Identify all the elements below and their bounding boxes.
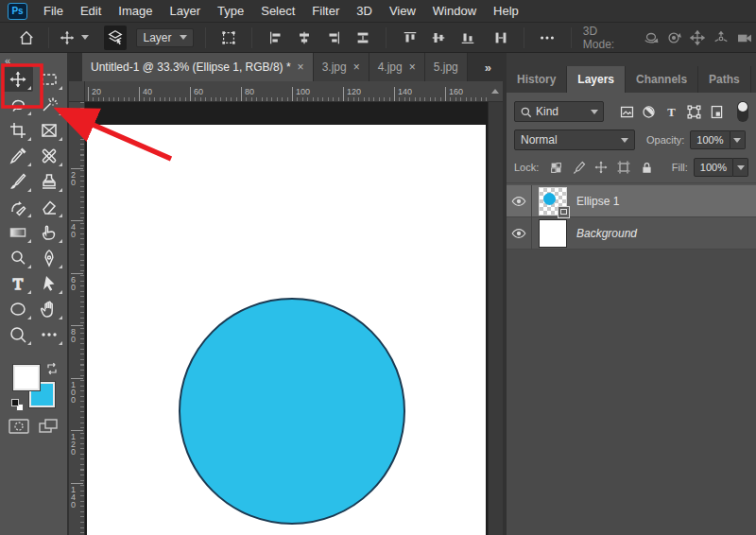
gradient-tool[interactable]: [2, 219, 33, 245]
left-ruler[interactable]: 020406080100120140: [69, 102, 85, 535]
current-tool-move-icon[interactable]: [59, 26, 76, 50]
pen-tool[interactable]: [33, 245, 64, 270]
panel-tab-paths[interactable]: Paths: [698, 66, 751, 93]
menu-view[interactable]: View: [381, 0, 424, 23]
scroll-up-icon[interactable]: [487, 81, 503, 102]
layer-thumbnail[interactable]: [539, 219, 567, 248]
blend-mode-dropdown[interactable]: Normal: [514, 129, 635, 150]
menu-file[interactable]: File: [35, 0, 72, 23]
distribute-horizontal-icon[interactable]: [351, 26, 374, 50]
spot-healing-brush-tool[interactable]: [33, 143, 64, 168]
3d-drag-icon[interactable]: [686, 26, 710, 50]
panel-tab-history[interactable]: History: [507, 66, 567, 93]
menu-edit[interactable]: Edit: [72, 0, 110, 23]
close-tab-icon[interactable]: ×: [353, 60, 360, 74]
filter-smart-objects-icon[interactable]: [705, 101, 728, 122]
auto-select-target-dropdown[interactable]: Layer: [136, 28, 193, 47]
photoshop-logo[interactable]: Ps: [8, 3, 27, 20]
clone-stamp-tool[interactable]: [33, 168, 64, 194]
layer-name[interactable]: Ellipse 1: [576, 195, 619, 208]
path-selection-tool[interactable]: [33, 270, 64, 296]
3d-slide-icon[interactable]: [710, 26, 733, 50]
hand-tool[interactable]: [33, 296, 64, 321]
fill-field[interactable]: 100%: [694, 158, 733, 177]
magic-wand-tool[interactable]: [33, 92, 64, 117]
panel-tab-actions[interactable]: Actions: [751, 66, 756, 93]
show-transform-controls-icon[interactable]: [217, 26, 241, 50]
more-align-options-icon[interactable]: [536, 26, 559, 50]
collapse-toolbar-button[interactable]: «: [5, 55, 11, 66]
distribute-vertical-icon[interactable]: [489, 26, 512, 50]
lock-artboard-icon[interactable]: [614, 158, 633, 177]
opacity-chevron-icon[interactable]: [730, 130, 746, 149]
align-left-edges-icon[interactable]: [264, 26, 287, 50]
menu-3d[interactable]: 3D: [348, 0, 381, 23]
lock-transparency-icon[interactable]: [546, 158, 565, 177]
edit-toolbar[interactable]: [33, 321, 64, 347]
filter-toggle-switch[interactable]: [737, 101, 748, 122]
close-tab-icon[interactable]: ×: [298, 60, 304, 74]
menu-layer[interactable]: Layer: [162, 0, 210, 23]
align-top-edges-icon[interactable]: [398, 26, 421, 50]
panel-tab-layers[interactable]: Layers: [567, 66, 626, 93]
filter-shape-layers-icon[interactable]: [683, 101, 706, 122]
home-icon[interactable]: [15, 26, 39, 50]
default-colors-icon[interactable]: [11, 399, 25, 412]
tab-overflow-button[interactable]: »: [473, 53, 503, 81]
menu-filter[interactable]: Filter: [303, 0, 348, 23]
vertical-scrollbar[interactable]: [488, 102, 503, 535]
menu-help[interactable]: Help: [485, 0, 527, 23]
layer-visibility-eye-icon[interactable]: [507, 217, 532, 250]
lasso-tool[interactable]: [2, 92, 33, 117]
menu-window[interactable]: Window: [424, 0, 485, 23]
ruler-corner[interactable]: [69, 81, 85, 102]
layer-name[interactable]: Background: [576, 227, 637, 240]
ellipse-layer-shape[interactable]: [179, 298, 405, 525]
menu-select[interactable]: Select: [252, 0, 303, 23]
foreground-color-swatch[interactable]: [13, 365, 40, 390]
move-tool[interactable]: [2, 66, 33, 92]
filter-kind-dropdown[interactable]: Kind: [514, 101, 604, 122]
lock-position-icon[interactable]: [592, 158, 610, 177]
layer-row-background[interactable]: Background: [507, 217, 756, 250]
menu-type[interactable]: Type: [209, 0, 252, 23]
history-brush-tool[interactable]: [2, 194, 33, 219]
3d-roll-icon[interactable]: [662, 26, 686, 50]
align-bottom-edges-icon[interactable]: [456, 26, 480, 50]
lock-all-icon[interactable]: [637, 158, 656, 177]
quick-mask-button[interactable]: [8, 417, 30, 436]
layer-row-ellipse-1[interactable]: Ellipse 1: [507, 185, 756, 217]
lock-pixels-icon[interactable]: [569, 158, 588, 177]
top-ruler[interactable]: 20406080100120140160: [85, 81, 487, 102]
document-tab[interactable]: 3.jpg×: [314, 53, 369, 81]
dodge-tool[interactable]: [2, 245, 33, 270]
tool-preset-chevron-icon[interactable]: [81, 26, 89, 50]
align-horizontal-centers-icon[interactable]: [293, 26, 317, 50]
document-tab[interactable]: 4.jpg×: [369, 53, 425, 81]
crop-tool[interactable]: [2, 117, 33, 143]
auto-select-toggle-icon[interactable]: [104, 26, 128, 50]
fill-chevron-icon[interactable]: [733, 158, 748, 177]
ellipse-tool[interactable]: [2, 296, 33, 321]
3d-camera-icon[interactable]: [732, 26, 756, 50]
layer-thumbnail[interactable]: [539, 187, 567, 216]
3d-orbit-icon[interactable]: [639, 26, 662, 50]
document-tab[interactable]: Untitled-1 @ 33.3% (Ellipse 1, RGB/8) *×: [82, 53, 314, 81]
panel-tab-channels[interactable]: Channels: [626, 66, 698, 93]
canvas-viewport[interactable]: [85, 102, 503, 535]
menu-image[interactable]: Image: [110, 0, 161, 23]
type-tool[interactable]: T: [2, 270, 33, 296]
filter-pixel-layers-icon[interactable]: [615, 101, 638, 122]
screen-mode-button[interactable]: [38, 417, 60, 436]
frame-tool[interactable]: [33, 117, 64, 143]
filter-type-layers-icon[interactable]: T: [661, 101, 683, 122]
close-tab-icon[interactable]: ×: [409, 60, 416, 74]
layer-visibility-eye-icon[interactable]: [507, 185, 532, 217]
opacity-field[interactable]: 100%: [690, 130, 730, 149]
filter-adjustment-layers-icon[interactable]: [638, 101, 661, 122]
zoom-tool[interactable]: [2, 321, 33, 347]
align-right-edges-icon[interactable]: [322, 26, 346, 50]
brush-tool[interactable]: [2, 168, 33, 194]
align-vertical-centers-icon[interactable]: [427, 26, 451, 50]
rectangular-marquee-tool[interactable]: [33, 66, 64, 92]
